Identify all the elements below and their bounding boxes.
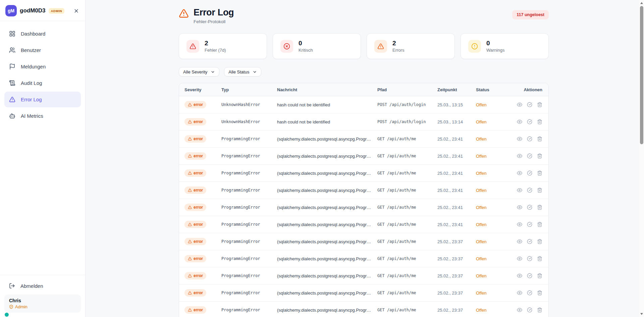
view-button[interactable] — [517, 205, 522, 210]
warning-icon — [188, 291, 192, 295]
severity-label: error — [194, 154, 203, 158]
table-row: error ProgrammingError (sqlalchemy.diale… — [179, 165, 548, 182]
sidebar-item-meldungen[interactable]: Meldungen — [4, 59, 81, 74]
user-card: Chris Admin — [4, 295, 81, 313]
circle-check-icon — [527, 290, 532, 296]
timestamp: 25.02., 23:41 — [432, 222, 471, 227]
table-body: error UnknownHashError hash could not be… — [179, 96, 548, 317]
severity-label: error — [194, 222, 203, 227]
sidebar-item-audit-log[interactable]: Audit Log — [4, 75, 81, 91]
circle-check-icon — [527, 102, 532, 107]
delete-button[interactable] — [537, 290, 542, 296]
severity-filter-select[interactable]: Alle Severity — [179, 67, 219, 76]
view-button[interactable] — [517, 102, 522, 107]
view-button[interactable] — [517, 222, 522, 227]
circle-check-icon — [527, 153, 532, 159]
delete-button[interactable] — [537, 136, 542, 142]
timestamp: 25.02., 23:37 — [432, 273, 471, 278]
severity-badge: error — [184, 118, 206, 125]
eye-icon — [517, 256, 522, 261]
trash-icon — [537, 136, 542, 142]
view-button[interactable] — [517, 290, 522, 296]
close-icon — [73, 8, 79, 14]
status-label: Offen — [471, 205, 512, 210]
stat-value: 0 — [486, 40, 504, 47]
error-type: ProgrammingError — [216, 239, 272, 244]
delete-button[interactable] — [537, 170, 542, 176]
trash-icon — [537, 102, 542, 107]
request-path: GET /api/auth/me — [372, 290, 432, 295]
severity-badge: error — [184, 272, 206, 279]
resolve-button[interactable] — [527, 256, 532, 261]
resolve-button[interactable] — [527, 307, 532, 313]
resolve-button[interactable] — [527, 188, 532, 193]
resolve-button[interactable] — [527, 102, 532, 107]
view-button[interactable] — [517, 153, 522, 159]
resolve-button[interactable] — [527, 290, 532, 296]
eye-icon — [517, 102, 522, 107]
delete-button[interactable] — [537, 119, 542, 124]
eye-icon — [517, 119, 522, 124]
resolve-button[interactable] — [527, 205, 532, 210]
circle-check-icon — [527, 307, 532, 313]
view-button[interactable] — [517, 170, 522, 176]
resolve-button[interactable] — [527, 239, 532, 244]
view-button[interactable] — [517, 239, 522, 244]
view-button[interactable] — [517, 307, 522, 313]
view-button[interactable] — [517, 136, 522, 142]
trash-icon — [537, 205, 542, 210]
user-name: Chris — [9, 298, 76, 303]
sidebar-item-benutzer[interactable]: Benutzer — [4, 42, 81, 58]
circle-check-icon — [527, 239, 532, 244]
severity-label: error — [194, 119, 203, 124]
error-message: (sqlalchemy.dialects.postgresql.asyncpg.… — [272, 239, 372, 244]
error-type: ProgrammingError — [216, 171, 272, 175]
logout-button[interactable]: Abmelden — [4, 278, 81, 293]
delete-button[interactable] — [537, 188, 542, 193]
request-path: GET /api/auth/me — [372, 137, 432, 141]
severity-badge: error — [184, 169, 206, 177]
eye-icon — [517, 290, 522, 296]
view-button[interactable] — [517, 188, 522, 193]
column-header-typ: Typ — [216, 87, 272, 92]
severity-label: error — [194, 239, 203, 244]
vertical-scrollbar[interactable] — [639, 0, 644, 317]
resolve-button[interactable] — [527, 153, 532, 159]
error-type: ProgrammingError — [216, 290, 272, 295]
resolve-button[interactable] — [527, 170, 532, 176]
column-header-pfad: Pfad — [372, 87, 432, 92]
resolve-button[interactable] — [527, 119, 532, 124]
view-button[interactable] — [517, 273, 522, 278]
sidebar-item-dashboard[interactable]: Dashboard — [4, 26, 81, 42]
view-button[interactable] — [517, 256, 522, 261]
circle-check-icon — [527, 188, 532, 193]
scroll-down-arrow-icon[interactable] — [640, 313, 643, 315]
close-sidebar-button[interactable] — [73, 7, 80, 14]
scrollbar-thumb[interactable] — [640, 6, 643, 144]
table-header-row: Severity Typ Nachricht Pfad Zeitpunkt St… — [179, 83, 548, 96]
resolve-button[interactable] — [527, 273, 532, 278]
delete-button[interactable] — [537, 102, 542, 107]
audit-scroll-icon — [9, 80, 15, 86]
sidebar-item-error-log[interactable]: Error Log — [4, 92, 81, 107]
resolve-button[interactable] — [527, 222, 532, 227]
delete-button[interactable] — [537, 239, 542, 244]
status-filter-select[interactable]: Alle Status — [224, 67, 261, 76]
severity-badge: error — [184, 204, 206, 211]
delete-button[interactable] — [537, 153, 542, 159]
delete-button[interactable] — [537, 222, 542, 227]
column-header-nachricht: Nachricht — [272, 87, 372, 92]
resolve-button[interactable] — [527, 136, 532, 142]
delete-button[interactable] — [537, 256, 542, 261]
delete-button[interactable] — [537, 273, 542, 278]
circle-check-icon — [527, 222, 532, 227]
severity-badge: error — [184, 238, 206, 245]
delete-button[interactable] — [537, 205, 542, 210]
scroll-up-arrow-icon[interactable] — [640, 2, 643, 4]
trash-icon — [537, 256, 542, 261]
column-header-zeitpunkt: Zeitpunkt — [432, 87, 471, 92]
sidebar-item-ai-metrics[interactable]: AI Metrics — [4, 108, 81, 124]
delete-button[interactable] — [537, 307, 542, 313]
warning-icon — [188, 137, 192, 141]
view-button[interactable] — [517, 119, 522, 124]
